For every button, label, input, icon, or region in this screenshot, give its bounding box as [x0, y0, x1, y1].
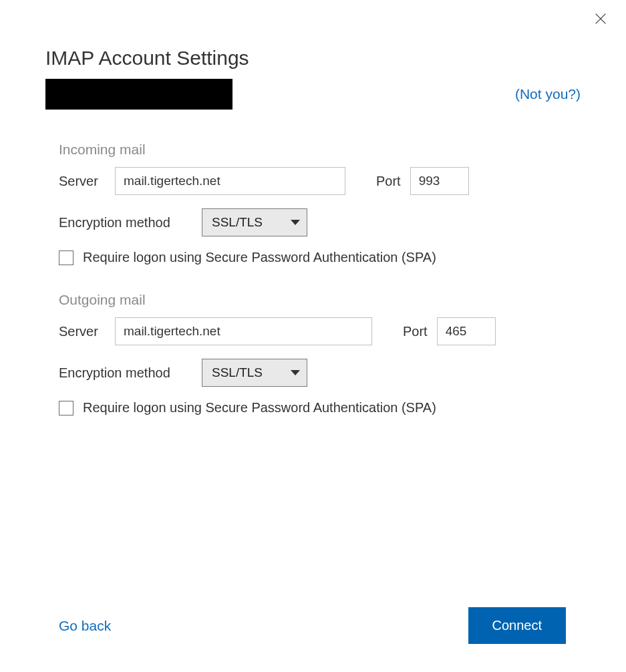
incoming-encryption-value: SSL/TLS: [212, 215, 263, 230]
outgoing-port-label: Port: [403, 324, 428, 339]
incoming-spa-label: Require logon using Secure Password Auth…: [83, 250, 436, 265]
incoming-port-input[interactable]: [410, 167, 469, 195]
connect-button[interactable]: Connect: [468, 607, 567, 644]
incoming-mail-section: Incoming mail Server Port Encryption met…: [45, 142, 581, 265]
chevron-down-icon: [291, 220, 300, 225]
outgoing-server-label: Server: [59, 324, 106, 339]
incoming-encryption-label: Encryption method: [59, 215, 192, 230]
outgoing-mail-section: Outgoing mail Server Port Encryption met…: [45, 292, 581, 415]
incoming-spa-checkbox[interactable]: [59, 250, 73, 265]
outgoing-spa-checkbox[interactable]: [59, 401, 73, 415]
outgoing-spa-label: Require logon using Secure Password Auth…: [83, 400, 436, 415]
outgoing-heading: Outgoing mail: [59, 292, 581, 308]
incoming-encryption-select[interactable]: SSL/TLS: [202, 208, 307, 236]
outgoing-server-input[interactable]: [115, 317, 372, 345]
close-button[interactable]: [591, 9, 610, 28]
close-icon: [593, 11, 608, 26]
go-back-link[interactable]: Go back: [59, 618, 111, 634]
outgoing-port-input[interactable]: [437, 317, 496, 345]
chevron-down-icon: [291, 370, 300, 375]
page-title: IMAP Account Settings: [45, 47, 581, 69]
incoming-heading: Incoming mail: [59, 142, 581, 158]
incoming-server-label: Server: [59, 174, 106, 189]
account-email-redacted: [45, 79, 232, 110]
outgoing-encryption-label: Encryption method: [59, 365, 192, 381]
incoming-server-input[interactable]: [115, 167, 345, 195]
not-you-link[interactable]: (Not you?): [515, 86, 581, 102]
outgoing-encryption-value: SSL/TLS: [212, 365, 263, 380]
incoming-port-label: Port: [376, 174, 401, 189]
outgoing-encryption-select[interactable]: SSL/TLS: [202, 359, 307, 387]
